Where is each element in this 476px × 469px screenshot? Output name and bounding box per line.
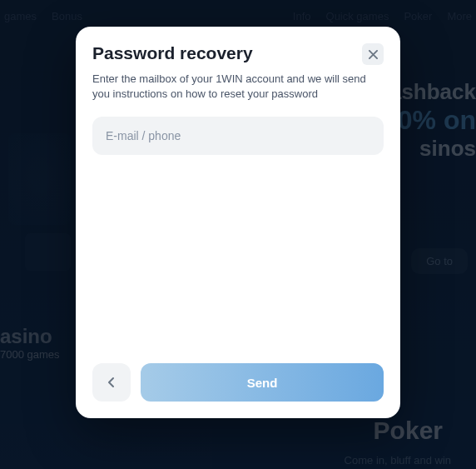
modal-footer: Send: [92, 363, 384, 402]
password-recovery-modal: Password recovery Enter the mailbox of y…: [76, 27, 400, 418]
modal-overlay[interactable]: Password recovery Enter the mailbox of y…: [0, 0, 476, 469]
close-icon: [369, 50, 378, 59]
send-button[interactable]: Send: [141, 363, 384, 402]
email-phone-input[interactable]: [92, 117, 384, 155]
chevron-left-icon: [106, 377, 117, 388]
back-button[interactable]: [92, 363, 131, 402]
modal-header: Password recovery: [92, 43, 384, 65]
modal-description: Enter the mailbox of your 1WIN account a…: [92, 72, 384, 102]
close-button[interactable]: [362, 43, 384, 65]
modal-title: Password recovery: [92, 43, 253, 63]
